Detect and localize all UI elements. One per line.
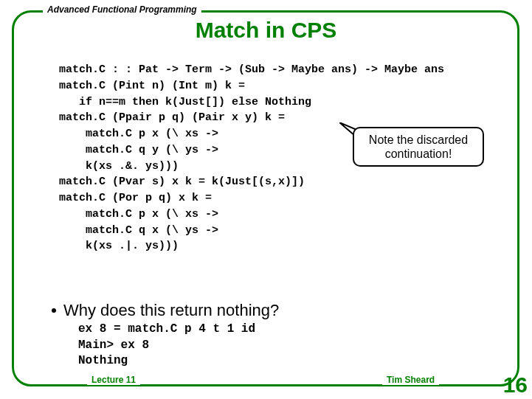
page-number: 16 xyxy=(503,372,528,398)
bullet-dot-icon xyxy=(52,308,56,313)
footer-author: Tim Sheard xyxy=(382,375,439,385)
footer-lecture: Lecture 11 xyxy=(87,375,140,385)
bullet-text: Why does this return nothing? xyxy=(63,301,279,320)
course-header: Advanced Functional Programming xyxy=(43,4,201,15)
bullet-item: Why does this return nothing? xyxy=(52,301,279,320)
slide-title: Match in CPS xyxy=(0,18,532,43)
callout-box: Note the discarded continuation! xyxy=(353,127,484,167)
example-code: ex 8 = match.C p 4 t 1 id Main> ex 8 Not… xyxy=(78,322,255,369)
